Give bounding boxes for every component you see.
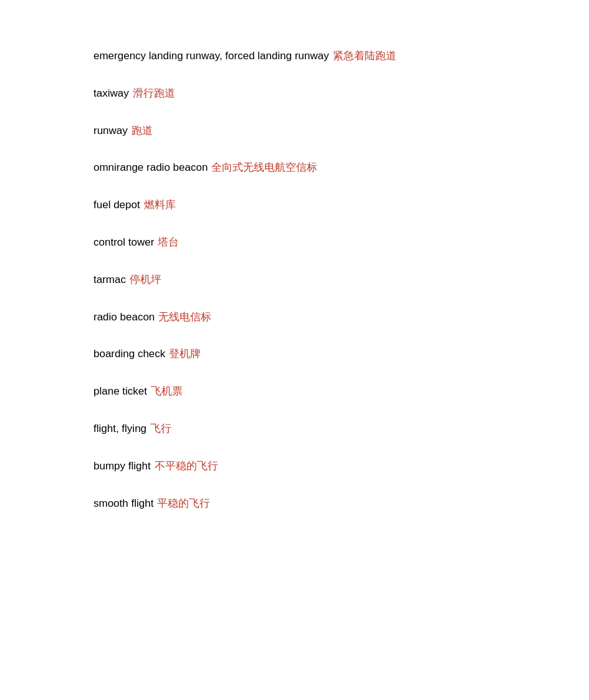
english-term-smooth-flight: smooth flight xyxy=(93,497,153,509)
english-term-flight-flying: flight, flying xyxy=(93,423,146,434)
vocab-item-fuel-depot: fuel depot燃料库 xyxy=(93,186,589,224)
english-term-bumpy-flight: bumpy flight xyxy=(93,460,151,472)
chinese-term-omnirange-radio-beacon: 全向式无线电航空信标 xyxy=(211,161,317,173)
chinese-term-bumpy-flight: 不平稳的飞行 xyxy=(155,460,218,472)
english-term-runway: runway xyxy=(93,125,128,137)
chinese-term-fuel-depot: 燃料库 xyxy=(144,199,176,211)
vocab-item-bumpy-flight: bumpy flight不平稳的飞行 xyxy=(93,448,589,485)
chinese-term-control-tower: 塔台 xyxy=(158,236,179,248)
chinese-term-smooth-flight: 平稳的飞行 xyxy=(157,497,210,509)
chinese-term-emergency-landing-runway: 紧急着陆跑道 xyxy=(333,50,396,62)
chinese-term-taxiway: 滑行跑道 xyxy=(133,87,175,99)
vocab-item-tarmac: tarmac停机坪 xyxy=(93,261,589,299)
english-term-tarmac: tarmac xyxy=(93,274,126,285)
vocab-item-flight-flying: flight, flying飞行 xyxy=(93,410,589,448)
english-term-omnirange-radio-beacon: omnirange radio beacon xyxy=(93,161,208,173)
vocab-item-taxiway: taxiway滑行跑道 xyxy=(93,75,589,112)
chinese-term-flight-flying: 飞行 xyxy=(150,423,171,434)
vocab-item-plane-ticket: plane ticket飞机票 xyxy=(93,373,589,410)
chinese-term-tarmac: 停机坪 xyxy=(130,274,161,285)
english-term-radio-beacon: radio beacon xyxy=(93,311,155,323)
english-term-plane-ticket: plane ticket xyxy=(93,385,147,397)
chinese-term-plane-ticket: 飞机票 xyxy=(151,385,183,397)
vocab-item-omnirange-radio-beacon: omnirange radio beacon全向式无线电航空信标 xyxy=(93,149,589,186)
vocab-item-emergency-landing-runway: emergency landing runway, forced landing… xyxy=(93,37,589,75)
chinese-term-boarding-check: 登机牌 xyxy=(169,348,201,360)
vocabulary-list: emergency landing runway, forced landing… xyxy=(93,37,589,522)
english-term-boarding-check: boarding check xyxy=(93,348,165,360)
vocab-item-radio-beacon: radio beacon无线电信标 xyxy=(93,299,589,336)
vocab-item-boarding-check: boarding check登机牌 xyxy=(93,335,589,373)
chinese-term-radio-beacon: 无线电信标 xyxy=(158,311,211,323)
chinese-term-runway: 跑道 xyxy=(132,125,153,137)
english-term-control-tower: control tower xyxy=(93,236,154,248)
english-term-taxiway: taxiway xyxy=(93,87,129,99)
english-term-fuel-depot: fuel depot xyxy=(93,199,140,211)
vocab-item-runway: runway跑道 xyxy=(93,112,589,150)
vocab-item-control-tower: control tower塔台 xyxy=(93,224,589,261)
vocab-item-smooth-flight: smooth flight平稳的飞行 xyxy=(93,485,589,522)
english-term-emergency-landing-runway: emergency landing runway, forced landing… xyxy=(93,50,329,62)
